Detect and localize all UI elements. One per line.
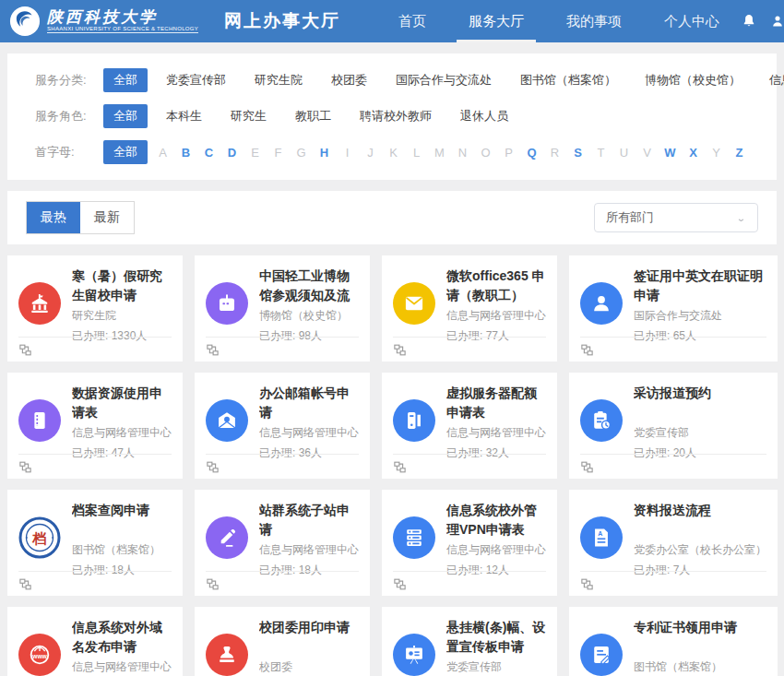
service-card[interactable]: 签证用中英文在职证明申请国际合作与交流处已办理: 65人 [569,255,778,362]
letter-K[interactable]: K [386,146,400,160]
nav-item-personal-center[interactable]: 个人中心 [643,0,741,42]
filters-panel: 服务分类:全部党委宣传部研究生院校团委国际合作与交流处图书馆（档案馆）博物馆（校… [7,53,777,180]
letter-V[interactable]: V [640,146,654,160]
letter-A[interactable]: A [156,146,170,160]
card-footer [580,571,766,596]
letter-F[interactable]: F [271,146,285,160]
service-card[interactable]: 数据资源使用申请表信息与网络管理中心已办理: 47人 [7,373,183,479]
card-title: 微软office365 申请（教职工） [446,267,546,305]
service-card[interactable]: 信息系统校外管理VPN申请表信息与网络管理中心已办理: 12人 [382,490,557,596]
service-card[interactable]: 站群系统子站申请信息与网络管理中心已办理: 18人 [195,490,370,596]
letter-Q[interactable]: Q [525,146,539,160]
card-title: 签证用中英文在职证明申请 [634,267,766,305]
letter-H[interactable]: H [317,146,331,160]
letter-W[interactable]: W [663,146,677,160]
letter-X[interactable]: X [686,146,700,160]
card-footer [393,454,546,479]
letter-D[interactable]: D [225,146,239,160]
letter-U[interactable]: U [617,146,631,160]
filter-option[interactable]: 研究生院 [244,68,313,92]
sort-tab[interactable]: 最新 [80,202,134,233]
workflow-icon[interactable] [206,577,220,591]
service-card[interactable]: 微软office365 申请（教职工）信息与网络管理中心已办理: 77人 [382,255,557,362]
filter-option-all[interactable]: 全部 [103,140,148,164]
department-select[interactable]: 所有部门 ⌄ [594,203,758,232]
card-department: 信息与网络管理中心 [259,425,359,441]
workflow-icon[interactable] [580,343,594,357]
letter-I[interactable]: I [340,146,354,160]
filter-option[interactable]: 聘请校外教师 [350,104,442,128]
service-card[interactable]: 办公邮箱帐号申请信息与网络管理中心已办理: 36人 [195,373,370,479]
card-footer [580,337,766,362]
card-body: 中国轻工业博物馆参观须知及流程博物馆（校史馆）已办理: 98人 [259,267,359,344]
card-department: 国际合作与交流处 [634,308,766,324]
museum-icon [206,282,248,325]
filter-option[interactable]: 全部 [103,104,148,128]
service-card[interactable]: 虚拟服务器配额申请表信息与网络管理中心已办理: 32人 [382,373,557,479]
card-body: 校团委用印申请校团委已办理: 5人 [259,618,359,676]
letter-C[interactable]: C [202,146,216,160]
letter-Y[interactable]: Y [709,146,723,160]
service-card[interactable]: 中国轻工业博物馆参观须知及流程博物馆（校史馆）已办理: 98人 [195,255,370,362]
letter-T[interactable]: T [594,146,608,160]
service-card[interactable]: 寒（暑）假研究生留校申请研究生院已办理: 1330人 [7,255,183,362]
letter-M[interactable]: M [433,146,446,160]
university-name-cn: 陕西科技大学 [47,9,198,26]
letter-Z[interactable]: Z [732,146,746,160]
workflow-icon[interactable] [206,343,220,357]
pencil-icon [206,516,248,559]
letter-S[interactable]: S [571,146,585,160]
letter-L[interactable]: L [410,146,423,160]
card-title: 信息系统对外域名发布申请 [72,618,172,657]
nav-item-service-hall[interactable]: 服务大厅 [447,0,545,42]
service-card[interactable]: 档档案查阅申请图书馆（档案馆）已办理: 18人 [7,490,183,596]
bell-icon[interactable] [741,13,757,30]
nav-item-my-items[interactable]: 我的事项 [545,0,643,42]
service-card[interactable]: 采访报道预约党委宣传部已办理: 20人 [569,373,778,479]
service-card[interactable]: 校团委用印申请校团委已办理: 5人 [195,607,370,676]
letter-O[interactable]: O [479,146,493,160]
server-icon [393,399,435,442]
service-card[interactable]: 悬挂横(条)幅、设置宣传板申请党委宣传部已办理: 5人 [382,607,557,676]
service-card[interactable]: www信息系统对外域名发布申请信息与网络管理中心已办理: 6人 [7,607,183,676]
workflow-icon[interactable] [393,577,407,591]
workflow-icon[interactable] [18,343,32,357]
filter-option[interactable]: 研究生 [220,104,277,128]
letter-B[interactable]: B [179,146,193,160]
filter-option[interactable]: 教职工 [285,104,341,128]
workflow-icon[interactable] [580,460,594,474]
filter-row-first-letter: 首字母:全部ABCDEFGHIJKLMNOPQRSTUVWXYZ [35,140,760,164]
card-body: 站群系统子站申请信息与网络管理中心已办理: 18人 [259,501,359,578]
filter-option[interactable]: 全部 [103,68,148,92]
nav-item-home[interactable]: 首页 [377,0,447,42]
card-body: 办公邮箱帐号申请信息与网络管理中心已办理: 36人 [259,384,359,461]
filter-option[interactable]: 退休人员 [450,104,518,128]
filter-option[interactable]: 校团委 [321,68,377,92]
card-body: 专利证书领用申请图书馆（档案馆）已办理: 3人 [634,618,766,676]
filter-option[interactable]: 国际合作与交流处 [386,68,502,92]
letter-N[interactable]: N [456,146,469,160]
filter-option[interactable]: 党委宣传部 [156,68,236,92]
letter-G[interactable]: G [294,146,308,160]
filter-option[interactable]: 信息与网络管理中心 [759,68,784,92]
person-icon [580,282,623,325]
letter-J[interactable]: J [363,146,377,160]
stamp-icon [206,634,248,676]
letter-E[interactable]: E [248,146,262,160]
letter-P[interactable]: P [502,146,516,160]
sort-tab[interactable]: 最热 [27,202,80,233]
filter-option[interactable]: 本科生 [156,104,212,128]
filter-option[interactable]: 图书馆（档案馆） [510,68,626,92]
service-card[interactable]: 专利证书领用申请图书馆（档案馆）已办理: 3人 [569,607,778,676]
workflow-icon[interactable] [18,460,32,474]
workflow-icon[interactable] [580,577,594,591]
user-icon[interactable] [769,13,784,30]
workflow-icon[interactable] [393,460,407,474]
workflow-icon[interactable] [393,343,407,357]
svg-text:档: 档 [32,530,47,546]
letter-R[interactable]: R [548,146,562,160]
service-card[interactable]: A资料报送流程党委办公室（校长办公室）已办理: 7人 [569,490,778,596]
workflow-icon[interactable] [18,577,32,591]
filter-option[interactable]: 博物馆（校史馆） [635,68,751,92]
workflow-icon[interactable] [206,460,220,474]
